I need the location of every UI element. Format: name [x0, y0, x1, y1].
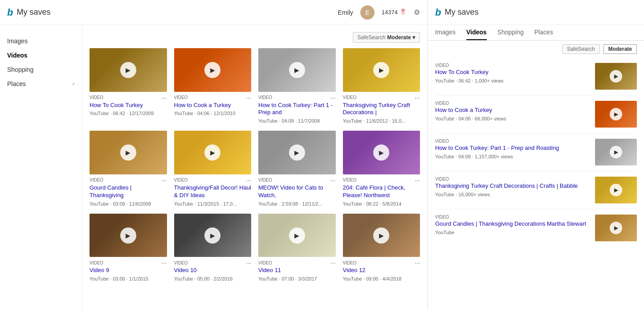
video-type-row: VIDEO ··· [174, 95, 252, 101]
safesearch-button[interactable]: SafeSearch Moderate ▾ [353, 32, 420, 43]
more-options-button[interactable]: ··· [330, 260, 336, 266]
video-card-5[interactable]: ▶ VIDEO ··· Gourd Candles | Thanksgiving… [90, 131, 167, 206]
right-video-list: VIDEO How To Cook Turkey YouTube · 06:42… [428, 58, 644, 310]
video-card-2[interactable]: ▶ VIDEO ··· How to Cook a Turkey YouTube… [174, 48, 252, 124]
more-options-button[interactable]: ··· [330, 95, 336, 101]
video-card-4[interactable]: ▶ VIDEO ··· Thanksgiving Turkey Craft De… [343, 48, 420, 124]
right-play-button-icon[interactable]: ▶ [610, 184, 622, 196]
play-button-icon[interactable]: ▶ [289, 227, 305, 244]
play-button-icon[interactable]: ▶ [120, 145, 136, 161]
more-options-button[interactable]: ··· [246, 177, 251, 183]
right-video-item-2[interactable]: VIDEO How to Cook a Turkey YouTube · 04:… [435, 95, 637, 133]
sidebar-item-places[interactable]: Places ↗ [7, 77, 75, 91]
sidebar-item-images[interactable]: Images [7, 34, 75, 48]
more-options-button[interactable]: ··· [330, 177, 336, 183]
right-item-title: Thanksgiving Turkey Craft Decorations | … [435, 182, 591, 190]
video-type-row: VIDEO ··· [258, 177, 336, 183]
play-button-icon[interactable]: ▶ [204, 227, 220, 244]
right-play-button-icon[interactable]: ▶ [610, 70, 622, 83]
tab-shopping[interactable]: Shopping [497, 29, 524, 40]
settings-gear-icon[interactable]: ⚙ [414, 8, 420, 17]
tab-images[interactable]: Images [435, 29, 456, 40]
video-card-7[interactable]: ▶ VIDEO ··· MEOW! Video for Cats to Watc… [258, 131, 336, 206]
more-options-button[interactable]: ··· [162, 95, 167, 101]
video-card-9[interactable]: ▶ VIDEO ··· Video 9 YouTube · 03:00 · 1/… [90, 214, 167, 281]
video-card-10[interactable]: ▶ VIDEO ··· Video 10 YouTube · 05:00 · 2… [174, 214, 252, 281]
video-type-label: VIDEO [258, 260, 272, 265]
right-item-title: How to Cook Turkey: Part 1 - Prep and Ro… [435, 145, 591, 152]
video-type-row: VIDEO ··· [343, 260, 420, 266]
video-type-row: VIDEO ··· [343, 95, 420, 101]
logo-area: b My saves [7, 7, 50, 18]
video-meta: YouTube · 04:06 · 12/1/2010 [174, 111, 252, 116]
more-options-button[interactable]: ··· [162, 177, 167, 183]
video-type-label: VIDEO [174, 178, 188, 182]
right-tabs: Images Videos Shopping Places [428, 25, 644, 41]
avatar[interactable]: E [360, 5, 375, 20]
safesearch-option-safesearch[interactable]: SafeSearch [562, 44, 600, 54]
video-meta: YouTube · 03:09 · 11/6/2008 [90, 201, 167, 207]
safesearch-option-moderate[interactable]: Moderate [603, 44, 637, 54]
left-panel: b My saves Emily E 14374 🎖 ⚙ Images Vide… [0, 0, 428, 310]
video-info: VIDEO ··· Video 9 YouTube · 03:00 · 1/1/… [90, 257, 167, 281]
video-info: VIDEO ··· MEOW! Video for Cats to Watch,… [258, 174, 336, 207]
video-card-11[interactable]: ▶ VIDEO ··· Video 11 YouTube · 07:00 · 3… [258, 214, 336, 281]
sidebar-item-label: Shopping [7, 66, 33, 73]
right-header: b My saves [428, 0, 644, 25]
right-video-item-1[interactable]: VIDEO How To Cook Turkey YouTube · 06:42… [435, 58, 637, 95]
video-meta: YouTube · 04:09 · 11/7/2008 [258, 118, 336, 124]
sidebar-item-videos[interactable]: Videos [7, 48, 75, 62]
right-video-item-5[interactable]: VIDEO Gourd Candles | Thanksgiving Decor… [435, 209, 637, 247]
points-badge: 14374 🎖 [382, 8, 407, 17]
right-play-button-icon[interactable]: ▶ [610, 108, 622, 120]
more-options-button[interactable]: ··· [415, 260, 420, 266]
video-card-6[interactable]: ▶ VIDEO ··· Thanksgiving/Fall Decor! Hau… [174, 131, 252, 206]
play-button-icon[interactable]: ▶ [373, 62, 389, 78]
play-button-icon[interactable]: ▶ [204, 145, 220, 161]
more-options-button[interactable]: ··· [246, 260, 251, 266]
more-options-button[interactable]: ··· [246, 95, 251, 101]
video-thumb-inner: ▶ [258, 48, 336, 92]
right-video-item-3[interactable]: VIDEO How to Cook Turkey: Part 1 - Prep … [435, 133, 637, 171]
right-play-button-icon[interactable]: ▶ [610, 146, 622, 158]
video-type-label: VIDEO [258, 95, 272, 100]
video-type-label: VIDEO [90, 95, 103, 100]
video-card-1[interactable]: ▶ VIDEO ··· How To Cook Turkey YouTube ·… [90, 48, 167, 124]
right-panel: b My saves Images Videos Shopping Places… [428, 0, 644, 310]
sidebar-item-shopping[interactable]: Shopping [7, 62, 75, 77]
play-button-icon[interactable]: ▶ [204, 62, 220, 78]
tab-places[interactable]: Places [534, 29, 553, 40]
video-card-8[interactable]: ▶ VIDEO ··· 204: Café Flora | Check, Ple… [343, 131, 420, 206]
play-button-icon[interactable]: ▶ [289, 62, 305, 78]
video-thumbnail: ▶ [90, 131, 167, 174]
tab-videos[interactable]: Videos [466, 29, 487, 40]
video-type-label: VIDEO [90, 178, 103, 182]
video-type-label: VIDEO [174, 260, 188, 265]
video-type-label: VIDEO [258, 178, 272, 182]
sidebar-item-label: Images [7, 37, 28, 45]
video-title: Thanksgiving/Fall Decor! Haul & DIY Idea… [174, 184, 252, 199]
video-card-3[interactable]: ▶ VIDEO ··· How to Cook Turkey: Part 1 -… [258, 48, 336, 124]
sidebar: Images Videos Shopping Places ↗ [0, 25, 82, 310]
play-button-icon[interactable]: ▶ [289, 145, 305, 161]
more-options-button[interactable]: ··· [415, 177, 420, 183]
video-card-12[interactable]: ▶ VIDEO ··· Video 12 YouTube · 09:00 · 4… [343, 214, 420, 281]
right-play-button-icon[interactable]: ▶ [610, 222, 622, 234]
external-link-icon: ↗ [71, 82, 75, 87]
more-options-button[interactable]: ··· [415, 95, 420, 101]
right-item-type: VIDEO [435, 101, 591, 106]
sidebar-item-label: Places [7, 80, 26, 87]
video-thumb-inner: ▶ [90, 131, 167, 174]
video-type-label: VIDEO [90, 260, 103, 265]
right-video-item-4[interactable]: VIDEO Thanksgiving Turkey Craft Decorati… [435, 171, 637, 209]
play-button-icon[interactable]: ▶ [373, 227, 389, 244]
play-button-icon[interactable]: ▶ [120, 62, 136, 78]
video-info: VIDEO ··· Video 11 YouTube · 07:00 · 3/3… [258, 257, 336, 281]
play-button-icon[interactable]: ▶ [373, 145, 389, 161]
right-item-type: VIDEO [435, 215, 591, 219]
video-meta: YouTube · 11/3/2015 · 17,0... [174, 201, 252, 207]
right-item-meta: YouTube · 06:42 · 1,000+ views [435, 78, 591, 83]
more-options-button[interactable]: ··· [162, 260, 167, 266]
play-button-icon[interactable]: ▶ [120, 227, 136, 244]
video-title: How To Cook Turkey [90, 102, 167, 109]
